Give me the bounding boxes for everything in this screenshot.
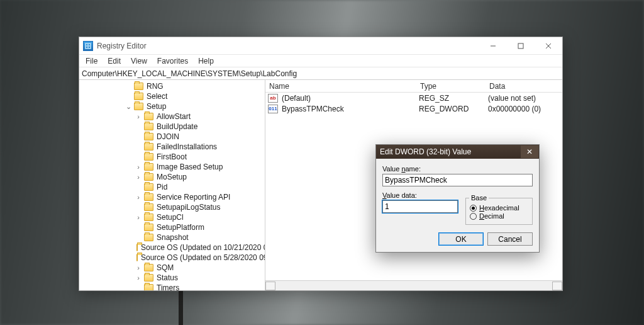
folder-icon <box>144 264 153 271</box>
scroll-left-icon[interactable] <box>265 282 275 290</box>
minimize-button[interactable] <box>479 37 507 55</box>
tree-node[interactable]: DJOIN <box>79 132 265 142</box>
tree-node-label: SetupapiLogStatus <box>155 202 221 212</box>
tree-node-label: Status <box>155 273 179 283</box>
cancel-button[interactable]: Cancel <box>487 232 533 246</box>
value-data-field[interactable] <box>382 200 458 213</box>
tree-node-label: SQM <box>155 263 175 273</box>
tree-node-label: FirstBoot <box>155 152 188 162</box>
tree-node-label: Select <box>145 91 169 101</box>
expand-toggle-icon[interactable]: › <box>135 192 142 202</box>
tree-node-label: Snapshot <box>155 232 190 242</box>
radio-hexadecimal[interactable]: Hexadecimal <box>470 204 528 212</box>
tree-node[interactable]: BuildUpdate <box>79 122 265 132</box>
tree-node-label: Timers <box>155 283 180 290</box>
folder-icon <box>144 153 153 161</box>
horizontal-scrollbar[interactable] <box>265 280 562 290</box>
folder-icon <box>144 173 153 181</box>
tree-node[interactable]: ›MoSetup <box>79 172 265 182</box>
folder-icon <box>144 143 153 151</box>
menu-favorites[interactable]: Favorites <box>153 56 192 66</box>
tree-node[interactable]: FailedInstallations <box>79 142 265 152</box>
tree-node[interactable]: Pid <box>79 182 265 192</box>
label-value-data: Value data: <box>382 191 458 199</box>
tree-node[interactable]: ›Image Based Setup <box>79 162 265 172</box>
tree-node-label: DJOIN <box>155 132 180 142</box>
menu-edit[interactable]: Edit <box>104 56 125 66</box>
folder-icon <box>144 203 153 211</box>
folder-icon <box>144 214 153 221</box>
tree-node-label: Setup <box>145 101 167 111</box>
folder-icon <box>136 244 138 251</box>
tree-node[interactable]: ›Status <box>79 273 265 283</box>
tree-node[interactable]: Source OS (Updated on 5/28/2020 09:50:15… <box>79 253 265 263</box>
tree-node-label: Image Based Setup <box>155 162 224 172</box>
tree-node-label: FailedInstallations <box>155 142 218 152</box>
tree-node-label: MoSetup <box>155 172 188 182</box>
value-name: BypassTPMCheck <box>280 105 418 113</box>
expand-toggle-icon[interactable]: › <box>135 172 142 182</box>
expand-toggle-icon[interactable]: › <box>135 212 142 222</box>
expand-toggle-icon[interactable]: › <box>135 111 142 122</box>
values-header[interactable]: Name Type Data <box>265 80 562 93</box>
folder-icon <box>144 234 153 241</box>
tree-node[interactable]: ⌄Setup <box>79 101 265 111</box>
scroll-right-icon[interactable] <box>552 282 562 290</box>
tree-node[interactable]: Source OS (Updated on 10/21/2020 05:54:5… <box>79 242 265 253</box>
menu-view[interactable]: View <box>127 56 151 66</box>
tree-node-label: Source OS (Updated on 5/28/2020 09:50:15… <box>140 253 265 263</box>
dword-value-icon: 011 <box>268 105 278 113</box>
col-name[interactable]: Name <box>265 82 416 91</box>
value-name-field[interactable] <box>382 174 533 186</box>
tree-node-label: Service Reporting API <box>155 192 231 202</box>
folder-icon <box>144 284 153 290</box>
tree-node[interactable]: Snapshot <box>79 232 265 242</box>
radio-decimal[interactable]: Decimal <box>470 212 528 220</box>
ok-button[interactable]: OK <box>438 232 484 246</box>
tree-node[interactable]: FirstBoot <box>79 152 265 162</box>
value-data: 0x00000000 (0) <box>487 105 562 113</box>
maximize-button[interactable] <box>507 37 535 55</box>
col-data[interactable]: Data <box>486 82 562 91</box>
address-bar[interactable]: Computer\HKEY_LOCAL_MACHINE\SYSTEM\Setup… <box>79 67 562 80</box>
folder-icon <box>144 123 153 130</box>
tree-node[interactable]: RNG <box>79 81 265 91</box>
svg-rect-1 <box>518 43 523 48</box>
value-row[interactable]: 011BypassTPMCheckREG_DWORD0x00000000 (0) <box>265 103 562 114</box>
expand-toggle-icon[interactable]: ⌄ <box>125 101 132 111</box>
expand-toggle-icon[interactable]: › <box>135 162 142 172</box>
tree-node[interactable]: SetupPlatform <box>79 222 265 232</box>
tree-node-label: BuildUpdate <box>155 122 199 132</box>
expand-toggle-icon[interactable]: › <box>135 263 142 273</box>
menu-help[interactable]: Help <box>194 56 218 66</box>
tree-node[interactable]: ›AllowStart <box>79 111 265 122</box>
titlebar[interactable]: Registry Editor <box>79 37 562 55</box>
folder-icon <box>136 254 138 261</box>
tree-node[interactable]: ›Service Reporting API <box>79 192 265 202</box>
dialog-close-button[interactable]: ✕ <box>521 145 538 158</box>
folder-icon <box>144 183 153 191</box>
menubar: File Edit View Favorites Help <box>79 55 562 67</box>
value-type: REG_DWORD <box>418 105 487 113</box>
tree-node[interactable]: ›SQM <box>79 263 265 273</box>
menu-file[interactable]: File <box>82 56 101 66</box>
value-row[interactable]: ab(Default)REG_SZ(value not set) <box>265 93 562 103</box>
tree-view[interactable]: RNGSelect⌄Setup›AllowStartBuildUpdateDJO… <box>79 80 265 290</box>
tree-node[interactable]: Timers <box>79 283 265 290</box>
tree-node-label: AllowStart <box>155 111 192 122</box>
address-text: Computer\HKEY_LOCAL_MACHINE\SYSTEM\Setup… <box>82 69 560 78</box>
label-value-name: Value name: <box>382 165 533 173</box>
tree-node-label: SetupCl <box>155 212 185 222</box>
folder-icon <box>144 113 153 120</box>
col-type[interactable]: Type <box>416 82 486 91</box>
expand-toggle-icon[interactable]: › <box>135 273 142 283</box>
tree-node[interactable]: Select <box>79 91 265 101</box>
close-button[interactable] <box>535 37 562 55</box>
string-value-icon: ab <box>268 94 278 103</box>
tree-node[interactable]: ›SetupCl <box>79 212 265 222</box>
tree-node[interactable]: SetupapiLogStatus <box>79 202 265 212</box>
dialog-titlebar[interactable]: Edit DWORD (32-bit) Value ✕ <box>376 145 539 159</box>
window-title: Registry Editor <box>97 42 479 50</box>
regedit-icon <box>83 41 93 51</box>
tree-node-label: SetupPlatform <box>155 222 206 232</box>
